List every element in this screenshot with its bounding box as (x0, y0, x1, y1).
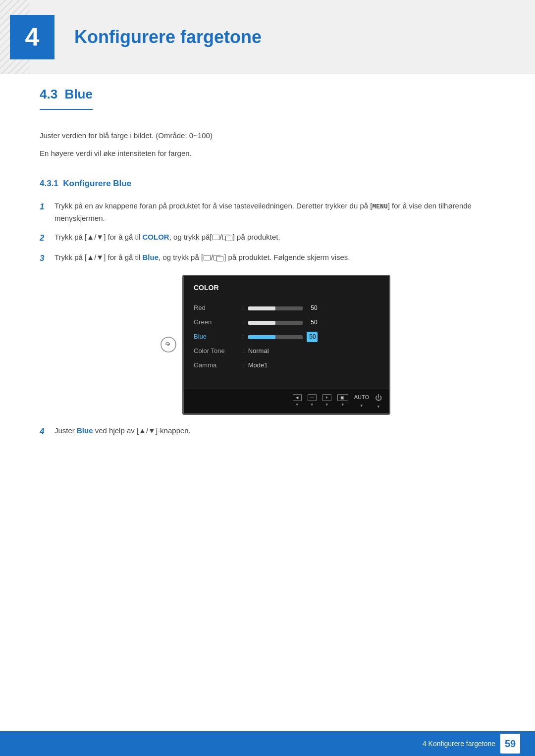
section-heading: 4.3 Blue (40, 84, 93, 110)
subsection-heading: 4.3.1 Konfigurere Blue (40, 177, 495, 190)
chapter-header: 4 Konfigurere fargetone (0, 0, 535, 74)
bar-red (248, 306, 303, 310)
monitor-side-icon (160, 336, 177, 353)
step-3: 3 Trykk på [▲/▼] for å gå til Blue, og t… (40, 252, 495, 265)
ctrl-back-arrow: ▼ (295, 402, 299, 408)
step-1: 1 Trykk på en av knappene foran på produ… (40, 200, 495, 224)
menu-item-green: Green : 50 (194, 315, 379, 330)
ctrl-menu-arrow: ▼ (341, 402, 345, 408)
main-content: 4.3 Blue Juster verdien for blå farge i … (0, 74, 535, 438)
bar-container-green: 50 (248, 318, 379, 327)
page-footer: 4 Konfigurere fargetone 59 (0, 731, 535, 756)
color-menu-ref: COLOR (143, 233, 169, 241)
menu-label-green: Green (194, 317, 238, 328)
sep-green: : (242, 317, 244, 328)
svg-point-1 (167, 344, 169, 346)
ctrl-power-icon: ⏻ (375, 392, 382, 403)
step-number-4: 4 (40, 425, 54, 438)
menu-label-blue: Blue (194, 332, 238, 342)
bar-container-red: 50 (248, 303, 379, 313)
ctrl-auto-label: AUTO (354, 393, 369, 402)
value-gamma: Mode1 (248, 360, 268, 371)
step-content-1: Trykk på en av knappene foran på produkt… (54, 200, 495, 224)
step-number-1: 1 (40, 200, 54, 213)
step-content-4: Juster Blue ved hjelp av [▲/▼]-knappen. (54, 425, 495, 437)
steps-list: 1 Trykk på en av knappene foran på produ… (40, 200, 495, 265)
btn-icon-1 (213, 235, 219, 240)
ctrl-plus-arrow: ▼ (325, 402, 329, 408)
step-content-2: Trykk på [▲/▼] for å gå til COLOR, og tr… (54, 231, 495, 243)
menu-item-gamma: Gamma : Mode1 (194, 358, 379, 373)
menu-item-color-tone: Color Tone : Normal (194, 344, 379, 358)
step-2: 2 Trykk på [▲/▼] for å gå til COLOR, og … (40, 231, 495, 245)
description-2: En høyere verdi vil øke intensiteten for… (40, 148, 495, 159)
ctrl-auto-arrow: ▼ (360, 403, 364, 409)
description-1: Juster verdien for blå farge i bildet. (… (40, 130, 495, 142)
ctrl-auto: AUTO ▼ (354, 393, 369, 409)
step-4: 4 Juster Blue ved hjelp av [▲/▼]-knappen… (40, 425, 495, 438)
bar-fill-red (248, 306, 275, 310)
value-color-tone: Normal (248, 346, 269, 356)
bar-green (248, 321, 303, 325)
menu-label-red: Red (194, 303, 238, 313)
btn-icon-3 (204, 255, 211, 260)
monitor-controls-bar: ◄ ▼ — ▼ + ▼ ▣ ▼ (184, 389, 389, 413)
btn-icon-4 (214, 255, 223, 260)
menu-title: COLOR (194, 282, 379, 295)
footer-page-number: 59 (500, 734, 520, 754)
bar-fill-green (248, 321, 275, 325)
menu-item-blue: Blue : 50 (194, 330, 379, 344)
footer-chapter-label: 4 Konfigurere fargetone (423, 738, 495, 749)
menu-label-gamma: Gamma (194, 360, 238, 371)
bar-blue (248, 335, 303, 339)
sep-red: : (242, 303, 244, 313)
value-red: 50 (307, 303, 318, 313)
chapter-number: 4 (10, 15, 54, 59)
ctrl-plus-icon: + (322, 394, 331, 401)
ctrl-power-arrow: ▼ (376, 404, 380, 410)
monitor-screen: COLOR Red : 50 Green (182, 275, 390, 415)
ctrl-menu: ▣ ▼ (337, 394, 348, 408)
blue-menu-ref: Blue (143, 253, 159, 261)
menu-key-label: MENU (372, 203, 387, 210)
monitor-menu: COLOR Red : 50 Green (184, 276, 389, 389)
ctrl-back: ◄ ▼ (293, 394, 302, 408)
bar-container-blue: 50 (248, 332, 379, 342)
ctrl-menu-icon: ▣ (337, 394, 348, 401)
monitor-screenshot-container: COLOR Red : 50 Green (54, 275, 495, 415)
sep-color-tone: : (242, 346, 244, 356)
ctrl-power: ⏻ ▼ (375, 392, 382, 410)
ctrl-minus: — ▼ (308, 394, 317, 408)
step-content-3: Trykk på [▲/▼] for å gå til Blue, og try… (54, 252, 495, 263)
ctrl-plus: + ▼ (322, 394, 331, 408)
bar-fill-blue (248, 335, 275, 339)
value-blue: 50 (307, 332, 318, 342)
value-green: 50 (307, 318, 318, 327)
menu-item-red: Red : 50 (194, 301, 379, 315)
chapter-title: Konfigurere fargetone (74, 23, 262, 51)
sep-blue: : (242, 332, 244, 342)
step-number-3: 3 (40, 252, 54, 265)
btn-icon-2 (222, 235, 232, 240)
ctrl-minus-icon: — (308, 394, 317, 401)
menu-label-color-tone: Color Tone (194, 346, 238, 356)
ctrl-back-icon: ◄ (293, 394, 302, 401)
blue-ref-step4: Blue (77, 426, 93, 435)
step-number-2: 2 (40, 231, 54, 245)
step-4-list: 4 Juster Blue ved hjelp av [▲/▼]-knappen… (40, 425, 495, 438)
ctrl-minus-arrow: ▼ (310, 402, 314, 408)
sep-gamma: : (242, 360, 244, 371)
